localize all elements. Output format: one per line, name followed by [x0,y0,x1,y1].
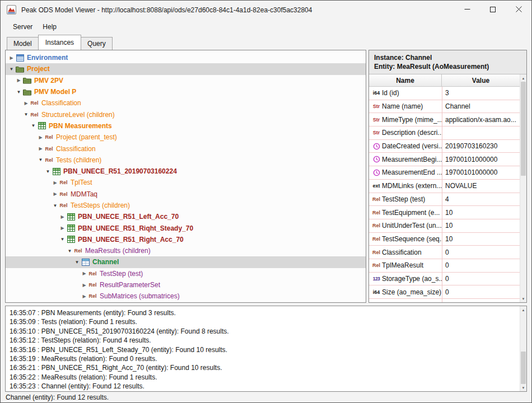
column-header-value[interactable]: Value [442,74,520,86]
expander-expanded-icon[interactable]: ▼ [22,112,30,117]
property-name-cell: MeasurementBegi... [369,153,442,166]
tree-item-pmv-model-p[interactable]: ▼PMV Model P [6,86,366,97]
tree-item-classification[interactable]: ▶RelClassification [6,143,366,154]
scroll-up-icon[interactable]: ▲ [520,306,526,313]
rel-icon: Rel [59,202,68,209]
tree-item-pmv-2pv[interactable]: ▶PMV 2PV [6,75,366,86]
expander-collapsed-icon[interactable]: ▶ [59,214,66,219]
property-row[interactable]: RelUnitUnderTest (un...10 [369,219,520,233]
tree-item-pbn-unece-r51-left-acc-70[interactable]: ▶PBN_UNECE_R51_Left_Acc_70 [6,211,366,222]
tab-instances[interactable]: Instances [38,35,81,50]
tree-indent [6,217,59,217]
log-scrollbar-thumb[interactable] [521,352,526,384]
scroll-up-icon[interactable]: ▲ [520,74,526,82]
expander-expanded-icon[interactable]: ▼ [44,169,52,174]
expander-expanded-icon[interactable]: ▼ [52,203,59,208]
expander-expanded-icon[interactable]: ▼ [8,67,15,72]
details-scrollbar[interactable]: ▲ ▼ [520,74,526,302]
expander-collapsed-icon[interactable]: ▶ [52,180,59,185]
column-header-name[interactable]: Name [369,74,442,86]
i64-type-icon: i64 [371,90,382,96]
property-row[interactable]: RelClassification0 [369,246,520,259]
tree-item-submatrices-submatrices[interactable]: ▶RelSubMatrices (submatrices) [6,290,366,302]
property-name: MeasurementEnd ... [382,168,442,176]
tree-item-label: PMV Model P [34,88,76,96]
ext-type-icon: ext [371,183,382,189]
tree-item-pbn-unece-r51-right-acc-70[interactable]: ▼PBN_UNECE_R51_Right_Acc_70 [6,234,366,245]
expander-collapsed-icon[interactable]: ▶ [37,146,44,151]
expander-expanded-icon[interactable]: ▼ [59,237,66,242]
tree-item-mdmtaq[interactable]: ▶RelMDMTaq [6,189,366,200]
property-row[interactable]: 123StorageType (ao_s...0 [369,273,520,286]
property-row[interactable]: StrDescription (descri... [369,126,520,140]
property-row[interactable]: RelTplMeaResult0 [369,259,520,273]
tree-item-label: MDMTaq [71,190,97,198]
expander-collapsed-icon[interactable]: ▶ [22,101,30,106]
property-row[interactable]: StrName (name)Channel [369,100,520,114]
expander-collapsed-icon[interactable]: ▶ [59,226,66,231]
expander-collapsed-icon[interactable]: ▶ [8,55,15,60]
expander-expanded-icon[interactable]: ▼ [37,157,44,162]
maximize-button[interactable] [480,1,506,19]
expander-collapsed-icon[interactable]: ▶ [81,271,88,276]
rel-glyph: Rel [88,282,96,288]
tree-item-project-parent-test[interactable]: ▶RelProject (parent_test) [6,132,366,143]
expander-collapsed-icon[interactable]: ▶ [81,294,88,299]
tree-item-environment[interactable]: ▶Environment [6,52,366,63]
tree-item-channel[interactable]: ▼Channel [6,256,366,268]
tree-item-pbn-unece-r51-riqht-steady-70[interactable]: ▶PBN_UNECE_R51_Riqht_Steady_70 [6,222,366,233]
property-name: Size (ao_mea_size) [382,288,441,296]
rel-glyph: Rel [45,134,53,140]
log-scrollbar[interactable]: ▲ ▼ [520,306,526,391]
expander-expanded-icon[interactable]: ▼ [73,260,81,265]
details-scrollbar-thumb[interactable] [521,82,526,176]
expander-collapsed-icon[interactable]: ▶ [81,283,88,288]
expander-collapsed-icon[interactable]: ▶ [37,135,44,140]
property-row[interactable]: i64Id (id)3 [369,87,520,100]
expander-expanded-icon[interactable]: ▼ [66,249,73,254]
tree-item-resultparameterset[interactable]: ▶RelResultParameterSet [6,279,366,290]
rel-type-icon: Rel [371,210,382,215]
tree-item-project[interactable]: ▼Project [6,63,366,74]
property-row[interactable]: DateCreated (versi...20190703160230 [369,140,520,153]
tree-item-tpltest[interactable]: ▶RelTplTest [6,177,366,188]
maximize-icon [490,6,496,14]
property-row[interactable]: i64Size (ao_mea_size)0 [369,285,520,299]
tree-item-teststeps-children[interactable]: ▼RelTestSteps (children) [6,200,366,211]
entity-icon [66,236,76,243]
tree-item-classification[interactable]: ▶RelClassification [6,97,366,109]
rel-glyph: Rel [30,112,38,118]
tree-item-mearesults-children[interactable]: ▼RelMeaResults (children) [6,245,366,256]
expander-expanded-icon[interactable]: ▼ [30,123,37,128]
property-row[interactable]: RelTestStep (test)4 [369,193,520,207]
tree-indent [6,92,15,92]
menu-help[interactable]: Help [38,21,62,33]
property-row[interactable]: RelTestEquipment (e...10 [369,206,520,219]
tree-item-label: PBN_UNECE_R51_Riqht_Steady_70 [78,224,193,232]
close-button[interactable] [506,1,531,19]
property-row[interactable]: MeasurementEnd ...19700101000000 [369,166,520,180]
expander-expanded-icon[interactable]: ▼ [15,90,22,95]
tree-item-label: Environment [27,54,68,62]
property-row[interactable]: MeasurementBegi...19700101000000 [369,153,520,166]
tree-item-tests-children[interactable]: ▼RelTests (children) [6,154,366,166]
expander-collapsed-icon[interactable]: ▶ [15,78,22,83]
scroll-down-icon[interactable]: ▼ [520,384,526,391]
tab-model[interactable]: Model [7,37,39,50]
tree-item-pbn-measurements[interactable]: ▼PBN Measurements [6,120,366,132]
entity-icon [66,224,76,232]
property-row[interactable]: RelTestSequence (seq...10 [369,233,520,246]
expander-collapsed-icon[interactable]: ▶ [52,191,59,196]
menu-server[interactable]: Server [8,21,38,33]
minimize-button[interactable] [454,1,480,19]
property-row[interactable]: extMDMLinks (extern...NOVALUE [369,180,520,193]
scroll-down-icon[interactable]: ▼ [520,295,526,302]
tree-item-structurelevel-children[interactable]: ▼RelStructureLevel (children) [6,109,366,120]
property-value: 3 [445,89,449,97]
tab-query[interactable]: Query [81,37,113,50]
property-row[interactable]: StrMimeType (mime_...application/x-asam.… [369,113,520,126]
tree-item-pbn-unece-r51-20190703160224[interactable]: ▼PBN_UNECE_R51_20190703160224 [6,166,366,177]
environment-icon [15,54,25,62]
property-row[interactable]: ext [369,299,520,302]
tree-item-teststep-test[interactable]: ▶RelTestStep (test) [6,268,366,279]
